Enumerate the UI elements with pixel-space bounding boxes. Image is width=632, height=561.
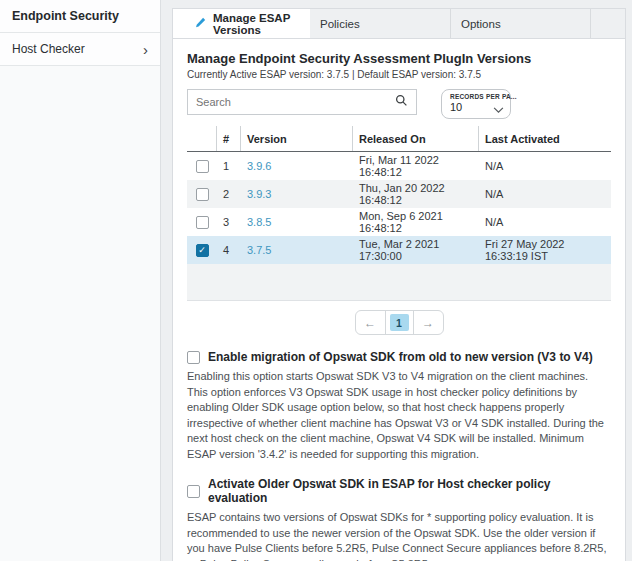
sidebar: Endpoint Security Host Checker ›	[0, 0, 161, 561]
version-link[interactable]: 3.9.6	[247, 160, 271, 172]
main-panel: Manage ESAP Versions Policies Options Ma…	[172, 8, 626, 561]
table-controls: RECORDS PER PA... 10	[187, 89, 611, 119]
header-released-on: Released On	[353, 126, 479, 151]
row-checkbox[interactable]: ✓	[196, 244, 209, 257]
tab-content: Manage Endpoint Security Assessment Plug…	[173, 39, 625, 561]
esap-version-summary: Currently Active ESAP version: 3.7.5 | D…	[187, 69, 611, 80]
page-title: Manage Endpoint Security Assessment Plug…	[187, 51, 611, 66]
version-link[interactable]: 3.9.3	[247, 188, 271, 200]
option-title: Enable migration of Opswat SDK from old …	[208, 350, 593, 364]
tab-bar-filler	[591, 9, 625, 38]
chevron-right-icon: ›	[143, 42, 148, 57]
last-activated: N/A	[479, 160, 611, 172]
header-version: Version	[241, 126, 353, 151]
sidebar-item-host-checker[interactable]: Host Checker ›	[0, 33, 160, 66]
last-activated: Fri 27 May 2022 16:33:19 IST	[479, 238, 611, 262]
row-number: 4	[217, 244, 241, 256]
header-number: #	[217, 126, 241, 151]
pagination-current-page: 1	[390, 314, 409, 331]
search-icon	[395, 93, 408, 111]
released-on: Mon, Sep 6 2021 16:48:12	[353, 210, 479, 234]
row-checkbox[interactable]: ✓	[196, 216, 209, 229]
version-link[interactable]: 3.7.5	[247, 244, 271, 256]
option-older-opswat-sdk: ✓ Activate Older Opswat SDK in ESAP for …	[187, 477, 611, 561]
option-description: Enabling this option starts Opswat SDK V…	[187, 369, 611, 462]
option-opswat-migration: ✓ Enable migration of Opswat SDK from ol…	[187, 350, 611, 462]
search-input[interactable]	[196, 96, 395, 108]
tab-bar: Manage ESAP Versions Policies Options	[173, 9, 625, 39]
table-header-row: # Version Released On Last Activated	[187, 126, 611, 152]
row-number: 1	[217, 160, 241, 172]
tab-manage-esap-versions[interactable]: Manage ESAP Versions	[173, 9, 310, 38]
sidebar-header: Endpoint Security	[0, 0, 160, 33]
row-checkbox[interactable]: ✓	[196, 188, 209, 201]
row-number: 3	[217, 216, 241, 228]
option-checkbox[interactable]: ✓	[187, 485, 200, 498]
pagination: ← 1 →	[187, 310, 611, 335]
pagination-page-cell[interactable]: 1	[385, 311, 414, 334]
pencil-icon	[195, 17, 206, 30]
tab-label: Policies	[320, 18, 360, 30]
released-on: Fri, Mar 11 2022 16:48:12	[353, 154, 479, 178]
esap-versions-table: # Version Released On Last Activated ✓ 1…	[187, 126, 611, 301]
released-on: Tue, Mar 2 2021 17:30:00	[353, 238, 479, 262]
table-row: ✓ 2 3.9.3 Thu, Jan 20 2022 16:48:12 N/A	[187, 180, 611, 208]
row-checkbox[interactable]: ✓	[196, 160, 209, 173]
header-last-activated: Last Activated	[479, 126, 611, 151]
table-empty-area	[187, 264, 611, 301]
pagination-next-button[interactable]: →	[414, 311, 443, 334]
chevron-down-icon	[493, 100, 504, 118]
option-checkbox[interactable]: ✓	[187, 351, 200, 364]
table-row: ✓ 1 3.9.6 Fri, Mar 11 2022 16:48:12 N/A	[187, 152, 611, 180]
tab-policies[interactable]: Policies	[310, 9, 451, 38]
pagination-prev-button[interactable]: ←	[356, 311, 385, 334]
table-body: ✓ 1 3.9.6 Fri, Mar 11 2022 16:48:12 N/A …	[187, 152, 611, 264]
last-activated: N/A	[479, 216, 611, 228]
last-activated: N/A	[479, 188, 611, 200]
released-on: Thu, Jan 20 2022 16:48:12	[353, 182, 479, 206]
tab-options[interactable]: Options	[451, 9, 591, 38]
sidebar-item-label: Host Checker	[12, 42, 85, 56]
option-description: ESAP contains two versions of Opswat SDK…	[187, 510, 611, 561]
records-per-page-label: RECORDS PER PA...	[450, 93, 502, 100]
option-title: Activate Older Opswat SDK in ESAP for Ho…	[208, 477, 611, 505]
table-row: ✓ 3 3.8.5 Mon, Sep 6 2021 16:48:12 N/A	[187, 208, 611, 236]
tab-label: Manage ESAP Versions	[213, 12, 300, 36]
search-box	[187, 89, 417, 115]
table-row: ✓ 4 3.7.5 Tue, Mar 2 2021 17:30:00 Fri 2…	[187, 236, 611, 264]
header-checkbox-column	[187, 126, 217, 151]
tab-label: Options	[461, 18, 501, 30]
row-number: 2	[217, 188, 241, 200]
records-per-page-select[interactable]: RECORDS PER PA... 10	[441, 89, 511, 119]
version-link[interactable]: 3.8.5	[247, 216, 271, 228]
